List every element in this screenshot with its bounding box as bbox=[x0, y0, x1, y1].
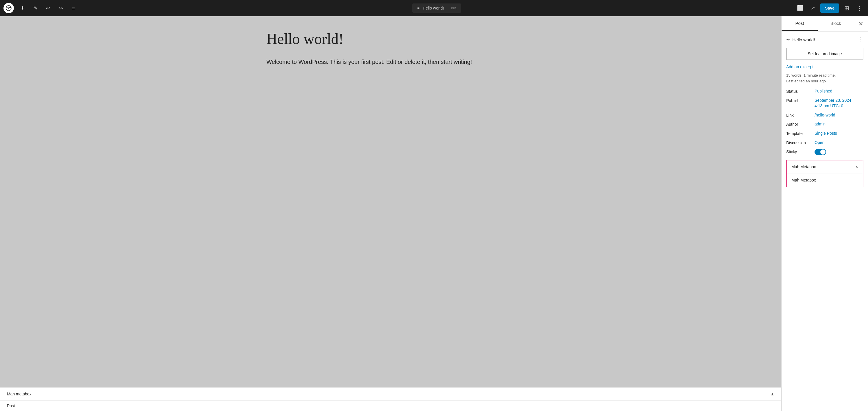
external-link-button[interactable]: ↗ bbox=[808, 3, 818, 13]
settings-panel-button[interactable]: ⊞ bbox=[841, 3, 852, 13]
post-title-row-left: ✒ Hello world! bbox=[786, 37, 815, 42]
list-icon: ≡ bbox=[72, 5, 75, 11]
edit-icon: ✎ bbox=[33, 5, 37, 11]
meta-edited: Last edited an hour ago. bbox=[786, 78, 863, 84]
edit-button[interactable]: ✎ bbox=[30, 3, 40, 13]
post-heading[interactable]: Hello world! bbox=[267, 30, 515, 48]
meta-row-discussion: Discussion Open bbox=[786, 140, 863, 146]
meta-row-author: Author admin bbox=[786, 121, 863, 127]
metabox-title: Mah Metabox bbox=[792, 165, 816, 169]
bottom-metabox: Mah metabox ▲ Post bbox=[0, 387, 781, 411]
post-title-row: ✒ Hello world! ⋮ bbox=[786, 36, 863, 43]
link-value[interactable]: /hello-world bbox=[814, 112, 835, 118]
metabox-chevron-icon: ∧ bbox=[855, 165, 858, 169]
publish-date: September 23, 2024 bbox=[814, 98, 851, 102]
meta-row-sticky: Sticky bbox=[786, 149, 863, 155]
meta-row-status: Status Published bbox=[786, 88, 863, 94]
add-excerpt-link[interactable]: Add an excerpt... bbox=[786, 64, 863, 69]
post-title-bar[interactable]: ✒ Hello world! ⌘K bbox=[412, 3, 461, 13]
metabox-section: Mah Metabox ∧ Mah Metabox bbox=[786, 160, 863, 187]
template-value[interactable]: Single Posts bbox=[814, 130, 837, 137]
settings-icon: ⊞ bbox=[844, 5, 849, 11]
more-options-button[interactable]: ⋮ bbox=[854, 3, 865, 13]
bottom-metabox-title: Mah metabox bbox=[7, 392, 31, 396]
metabox-header[interactable]: Mah Metabox ∧ bbox=[787, 160, 863, 173]
meta-row-publish: Publish September 23, 2024 4:13 pm UTC+0 bbox=[786, 98, 863, 109]
sidebar-panel-post: ✒ Hello world! ⋮ Set featured image Add … bbox=[782, 31, 868, 411]
meta-row-link: Link /hello-world bbox=[786, 112, 863, 118]
sticky-label: Sticky bbox=[786, 149, 812, 154]
undo-button[interactable]: ↩ bbox=[43, 3, 53, 13]
status-value[interactable]: Published bbox=[814, 88, 833, 94]
toolbar-right: ⬜ ↗ Save ⊞ ⋮ bbox=[795, 3, 865, 13]
bottom-metabox-header[interactable]: Mah metabox ▲ bbox=[0, 388, 781, 400]
svg-point-1 bbox=[8, 7, 9, 9]
metabox-content: Mah Metabox bbox=[787, 173, 863, 187]
add-icon: + bbox=[21, 4, 25, 12]
list-view-button[interactable]: ≡ bbox=[68, 3, 79, 13]
sidebar-tabs: Post Block ✕ bbox=[782, 16, 868, 31]
post-title-shortcut: ⌘K bbox=[451, 6, 457, 10]
author-value[interactable]: admin bbox=[814, 121, 826, 127]
bottom-metabox-arrow-icon: ▲ bbox=[770, 392, 774, 396]
sidebar-close-button[interactable]: ✕ bbox=[854, 16, 868, 31]
wp-logo[interactable] bbox=[3, 3, 14, 13]
more-options-icon: ⋮ bbox=[857, 5, 862, 11]
link-label: Link bbox=[786, 112, 812, 118]
metabox-content-label: Mah Metabox bbox=[792, 178, 816, 182]
author-label: Author bbox=[786, 121, 812, 126]
publish-time: 4:13 pm UTC+0 bbox=[814, 104, 843, 108]
add-block-button[interactable]: + bbox=[17, 3, 28, 13]
editor-content: Hello world! Welcome to WordPress. This … bbox=[267, 30, 515, 66]
toolbar-center: ✒ Hello world! ⌘K bbox=[81, 3, 793, 13]
template-label: Template bbox=[786, 130, 812, 136]
post-body[interactable]: Welcome to WordPress. This is your first… bbox=[267, 57, 515, 66]
external-link-icon: ↗ bbox=[811, 5, 815, 11]
status-label: Status bbox=[786, 88, 812, 94]
post-pen-icon: ✒ bbox=[786, 37, 790, 42]
desktop-view-button[interactable]: ⬜ bbox=[795, 3, 805, 13]
main-layout: Hello world! Welcome to WordPress. This … bbox=[0, 16, 868, 411]
sticky-toggle[interactable] bbox=[814, 149, 826, 155]
tab-post[interactable]: Post bbox=[782, 16, 818, 31]
meta-row-template: Template Single Posts bbox=[786, 130, 863, 137]
redo-button[interactable]: ↪ bbox=[56, 3, 66, 13]
post-title-label: Hello world! bbox=[423, 6, 444, 10]
editor-area: Hello world! Welcome to WordPress. This … bbox=[0, 16, 781, 411]
post-title-pen-icon: ✒ bbox=[417, 6, 421, 10]
meta-words: 15 words, 1 minute read time. bbox=[786, 72, 863, 78]
discussion-label: Discussion bbox=[786, 140, 812, 145]
bottom-post-label: Post bbox=[0, 400, 781, 411]
tab-block[interactable]: Block bbox=[818, 16, 854, 31]
desktop-icon: ⬜ bbox=[797, 5, 803, 11]
publish-value[interactable]: September 23, 2024 4:13 pm UTC+0 bbox=[814, 98, 851, 109]
post-more-options-button[interactable]: ⋮ bbox=[858, 36, 863, 43]
redo-icon: ↪ bbox=[59, 5, 63, 11]
meta-info: 15 words, 1 minute read time. Last edite… bbox=[786, 72, 863, 84]
sidebar: Post Block ✕ ✒ Hello world! ⋮ Set featur… bbox=[781, 16, 868, 411]
save-button[interactable]: Save bbox=[820, 3, 839, 13]
undo-icon: ↩ bbox=[46, 5, 50, 11]
discussion-value[interactable]: Open bbox=[814, 140, 825, 146]
toolbar: + ✎ ↩ ↪ ≡ ✒ Hello world! ⌘K ⬜ ↗ Save ⊞ ⋮ bbox=[0, 0, 868, 16]
sidebar-post-title: Hello world! bbox=[792, 37, 815, 42]
publish-label: Publish bbox=[786, 98, 812, 103]
set-featured-image-button[interactable]: Set featured image bbox=[786, 48, 863, 60]
